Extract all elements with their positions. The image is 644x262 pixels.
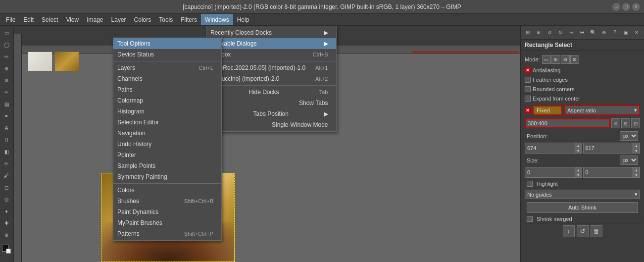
value-input[interactable]: 300:400 <box>525 118 610 128</box>
menu-image[interactable]: Image <box>83 14 107 25</box>
expand-from-center-checkbox[interactable] <box>525 96 531 102</box>
rpanel-icon-9[interactable]: ? <box>610 28 620 38</box>
rpanel-icon-1[interactable]: ⊞ <box>523 28 533 38</box>
close-button[interactable]: × <box>632 3 640 11</box>
tool-eraser[interactable]: ◻ <box>1 182 12 193</box>
tool-gradient[interactable]: ◧ <box>1 146 12 157</box>
tool-foreground[interactable]: ▤ <box>1 99 12 109</box>
layers-dialog[interactable]: Layers Ctrl+L <box>113 62 221 73</box>
paste-input-btn[interactable]: ⊡ <box>631 118 640 128</box>
tool-text[interactable]: A <box>1 122 12 133</box>
rpanel-icon-4[interactable]: ↻ <box>555 28 565 38</box>
shrink-merged-checkbox[interactable] <box>527 216 533 222</box>
dockable-dialogs[interactable]: Dockable Dialogs ▶ <box>206 38 336 49</box>
guides-dropdown[interactable]: No guides ▾ <box>525 190 640 199</box>
tool-scissors[interactable]: ✂ <box>1 87 12 98</box>
rpanel-icon-2[interactable]: ≡ <box>534 28 544 38</box>
colormap-dialog[interactable]: Colormap <box>113 95 221 106</box>
size-w-up[interactable]: ▲ <box>575 167 582 172</box>
mode-subtract[interactable]: ⊟ <box>561 55 570 64</box>
fixed-dropdown[interactable]: Fixed <box>533 105 562 115</box>
sample-points-dialog[interactable]: Sample Points <box>113 160 221 171</box>
color-foreground[interactable] <box>1 244 12 255</box>
menu-select[interactable]: Select <box>38 14 62 25</box>
maximize-button[interactable]: □ <box>622 3 630 11</box>
single-window-mode[interactable]: ✓ Single-Window Mode <box>206 119 336 130</box>
position-y-up[interactable]: ▲ <box>633 143 640 148</box>
rpanel-icon-8[interactable]: ⊕ <box>599 28 609 38</box>
selection-editor-dialog[interactable]: Selection Editor <box>113 117 221 128</box>
position-y-down[interactable]: ▼ <box>633 148 640 153</box>
size-px-dropdown[interactable]: px <box>620 156 638 165</box>
aspect-ratio-dropdown[interactable]: Aspect ratio ▾ <box>564 105 640 115</box>
tool-pencil[interactable]: ✏ <box>1 158 12 169</box>
patterns-dialog[interactable]: Patterns Shift+Ctrl+P <box>113 228 221 239</box>
auto-shrink-button[interactable]: Auto Shrink <box>527 202 638 213</box>
size-w-down[interactable]: ▼ <box>575 172 582 177</box>
rpanel-icon-11[interactable]: ✕ <box>632 28 642 38</box>
menu-colors[interactable]: Colors <box>130 14 155 25</box>
menu-tools[interactable]: Tools <box>155 14 177 25</box>
fixed-x[interactable]: ✕ <box>525 107 531 113</box>
pointer-dialog[interactable]: Pointer <box>113 150 221 160</box>
tool-paths[interactable]: ✒ <box>1 110 12 121</box>
position-x-down[interactable]: ▼ <box>575 148 582 153</box>
image-tab-2[interactable] <box>54 52 79 71</box>
menu-layer[interactable]: Layer <box>107 14 130 25</box>
image-capuccino[interactable]: [capuccino] (imported)-2.0 Alt+2 <box>206 73 336 84</box>
minimize-button[interactable]: – <box>612 3 620 11</box>
channels-dialog[interactable]: Channels <box>113 73 221 84</box>
mode-intersect[interactable]: ⊠ <box>570 55 579 64</box>
clear-input-btn[interactable]: ✕ <box>611 118 620 128</box>
tool-ellipse[interactable]: ◯ <box>1 39 12 50</box>
mypaint-brushes-dialog[interactable]: MyPaint Brushes <box>113 217 221 228</box>
highlight-checkbox[interactable] <box>527 181 533 187</box>
menu-file[interactable]: File <box>2 14 19 25</box>
undo-history-dialog[interactable]: Undo History <box>113 139 221 150</box>
rounded-corners-checkbox[interactable] <box>525 86 531 92</box>
tool-free-select[interactable]: ✏ <box>1 51 12 62</box>
image-liverec[interactable]: [LiveRec.2022.05.05] (imported)-1.0 Alt+… <box>206 62 336 73</box>
menu-view[interactable]: View <box>62 14 83 25</box>
menu-edit[interactable]: Edit <box>19 14 38 25</box>
tool-heal[interactable]: ✚ <box>1 217 12 228</box>
symmetry-painting-dialog[interactable]: Symmetry Painting <box>113 171 221 182</box>
menu-filters[interactable]: Filters <box>177 14 201 25</box>
tool-clone[interactable]: ⊕ <box>1 229 12 240</box>
antialiasing-x[interactable]: ✕ <box>525 67 531 73</box>
tool-select-color[interactable]: ⊗ <box>1 75 12 86</box>
tabs-position[interactable]: Tabs Position ▶ <box>206 108 336 119</box>
brushes-dialog[interactable]: Brushes Shift+Ctrl+B <box>113 196 221 207</box>
toolbox-menu-item[interactable]: Toolbox Ctrl+B <box>206 49 336 60</box>
hide-docks[interactable]: Hide Docks Tab <box>206 87 336 98</box>
tool-options-dialog[interactable]: Tool Options <box>113 38 221 49</box>
undo-btn[interactable]: ↺ <box>577 225 589 237</box>
position-px-dropdown[interactable]: px <box>620 131 638 141</box>
rpanel-icon-10[interactable]: ▣ <box>621 28 631 38</box>
rpanel-icon-5[interactable]: ⇥ <box>566 28 576 38</box>
tool-fuzzy[interactable]: ⊕ <box>1 63 12 74</box>
show-tabs[interactable]: ✓ Show Tabs <box>206 98 336 108</box>
rpanel-icon-6[interactable]: ↦ <box>577 28 587 38</box>
menu-help[interactable]: Help <box>233 14 253 25</box>
mode-add[interactable]: ⊞ <box>551 55 560 64</box>
tool-ink[interactable]: ♦ <box>1 206 12 216</box>
colors-dialog[interactable]: Colors <box>113 185 221 196</box>
delete-btn[interactable]: 🗑 <box>591 225 602 237</box>
menu-windows[interactable]: Windows <box>201 14 233 25</box>
feather-edges-checkbox[interactable] <box>525 77 531 83</box>
paths-dialog[interactable]: Paths <box>113 84 221 95</box>
device-status-dialog[interactable]: Device Status <box>113 49 221 60</box>
size-h-up[interactable]: ▲ <box>633 167 640 172</box>
tool-rectangle-select[interactable]: ▭ <box>1 27 12 38</box>
rpanel-icon-3[interactable]: ↺ <box>545 28 554 38</box>
recently-closed-docks[interactable]: Recently Closed Docks ▶ <box>206 27 336 38</box>
paint-dynamics-dialog[interactable]: Paint Dynamics <box>113 207 221 217</box>
mode-replace[interactable]: ▭ <box>542 55 551 64</box>
histogram-dialog[interactable]: Histogram <box>113 106 221 117</box>
tool-paintbrush[interactable]: 🖌 <box>1 170 12 181</box>
copy-input-btn[interactable]: ⎘ <box>621 118 630 128</box>
navigation-dialog[interactable]: Navigation <box>113 128 221 139</box>
restore-defaults-btn[interactable]: ↓ <box>563 225 575 237</box>
tool-airbrush[interactable]: ◎ <box>1 194 12 205</box>
